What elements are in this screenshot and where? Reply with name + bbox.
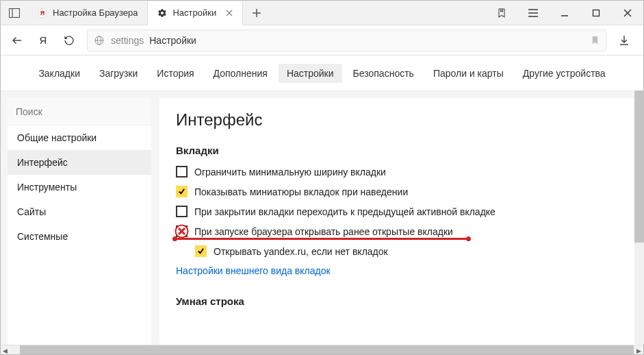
- section-smartline-title: Умная строка: [176, 295, 620, 307]
- scrollbar-thumb-horizontal[interactable]: [20, 345, 634, 355]
- bookmarks-icon[interactable]: [486, 1, 517, 25]
- tab-label: Настройка Браузера: [53, 8, 138, 18]
- sidebar-item-sites[interactable]: Сайты: [8, 199, 151, 224]
- checkbox-icon[interactable]: [195, 245, 207, 257]
- sidebar-search-input[interactable]: [8, 98, 151, 125]
- back-button[interactable]: [5, 28, 29, 53]
- svg-text:Я: Я: [40, 10, 44, 16]
- annotation-underline: [175, 238, 469, 240]
- toolbar: Я settings Настройки: [1, 25, 643, 56]
- close-tab-icon[interactable]: [226, 10, 233, 16]
- option-label: Показывать миниатюры вкладок при наведен…: [194, 186, 408, 197]
- tab-label: Настройки: [172, 8, 216, 18]
- sidebar-item-general[interactable]: Общие настройки: [8, 125, 151, 150]
- address-url: settings: [111, 35, 144, 46]
- new-tab-button[interactable]: [243, 1, 270, 25]
- titlebar: Я Настройка Браузера Настройки: [1, 1, 643, 25]
- vertical-scrollbar[interactable]: [634, 90, 644, 344]
- option-show-thumbnails[interactable]: Показывать миниатюры вкладок при наведен…: [176, 186, 620, 197]
- address-bar[interactable]: settings Настройки: [87, 29, 606, 51]
- titlebar-right: [486, 1, 643, 25]
- titlebar-left: Я Настройка Браузера Настройки: [1, 1, 270, 25]
- svg-rect-0: [10, 8, 20, 17]
- topnav-settings[interactable]: Настройки: [279, 64, 342, 83]
- yandex-home-button[interactable]: Я: [31, 28, 55, 53]
- bookmark-icon[interactable]: [590, 34, 600, 46]
- option-open-yandex-if-empty[interactable]: Открывать yandex.ru, если нет вкладок: [195, 245, 620, 257]
- maximize-button[interactable]: [580, 1, 612, 25]
- topnav-passwords[interactable]: Пароли и карты: [425, 64, 512, 83]
- checkbox-icon[interactable]: [176, 166, 188, 178]
- option-label: При запуске браузера открывать ранее отк…: [194, 226, 453, 237]
- topnav-downloads[interactable]: Загрузки: [91, 64, 146, 83]
- page-heading: Интерфейс: [176, 110, 620, 130]
- topnav-addons[interactable]: Дополнения: [205, 64, 276, 83]
- topnav-history[interactable]: История: [149, 64, 202, 83]
- settings-main: Интерфейс Вкладки Ограничить минимальную…: [159, 98, 636, 345]
- tab-item[interactable]: Я Настройка Браузера: [28, 1, 148, 25]
- close-window-button[interactable]: [612, 1, 643, 25]
- sidebar-toggle-button[interactable]: [1, 1, 28, 25]
- option-restore-on-start[interactable]: При запуске браузера открывать ранее отк…: [176, 225, 620, 237]
- option-label: Открывать yandex.ru, если нет вкладок: [214, 246, 388, 257]
- scrollbar-thumb[interactable]: [634, 90, 644, 243]
- svg-rect-12: [593, 10, 600, 16]
- tab-item-active[interactable]: Настройки: [148, 1, 243, 25]
- option-label: При закрытии вкладки переходить к предыд…: [194, 206, 495, 217]
- minimize-button[interactable]: [549, 1, 580, 25]
- sidebar-item-system[interactable]: Системные: [8, 224, 151, 249]
- globe-icon: [93, 34, 105, 47]
- sidebar-item-interface[interactable]: Интерфейс: [8, 150, 151, 175]
- horizontal-scrollbar[interactable]: ◀ ▶: [1, 345, 643, 355]
- yandex-favicon-icon: Я: [38, 8, 47, 18]
- checkbox-icon[interactable]: [176, 206, 188, 217]
- topnav-bookmarks[interactable]: Закладки: [30, 64, 88, 83]
- tabs-appearance-link-row: Настройки внешнего вида вкладок: [176, 265, 620, 276]
- scroll-left-icon[interactable]: ◀: [1, 345, 10, 355]
- svg-text:Я: Я: [40, 34, 47, 46]
- option-close-goto-prev[interactable]: При закрытии вкладки переходить к предыд…: [176, 206, 620, 217]
- checkbox-icon[interactable]: [176, 225, 188, 237]
- menu-icon[interactable]: [517, 1, 549, 25]
- checkbox-icon[interactable]: [176, 186, 188, 197]
- settings-sidebar: Общие настройки Интерфейс Инструменты Са…: [8, 98, 151, 345]
- content: Общие настройки Интерфейс Инструменты Са…: [1, 91, 643, 345]
- section-tabs-title: Вкладки: [176, 145, 620, 156]
- gear-icon: [157, 8, 167, 18]
- sidebar-item-tools[interactable]: Инструменты: [8, 175, 151, 199]
- reload-button[interactable]: [57, 28, 81, 53]
- option-min-tab-width[interactable]: Ограничить минимальную ширину вкладки: [176, 166, 620, 178]
- address-title: Настройки: [149, 35, 196, 46]
- option-label: Ограничить минимальную ширину вкладки: [194, 167, 386, 178]
- tabs-appearance-link[interactable]: Настройки внешнего вида вкладок: [176, 265, 331, 276]
- topnav-devices[interactable]: Другие устройства: [515, 64, 614, 83]
- settings-topnav: Закладки Загрузки История Дополнения Нас…: [1, 56, 643, 91]
- scroll-right-icon[interactable]: ▶: [634, 345, 643, 355]
- topnav-security[interactable]: Безопасность: [345, 64, 422, 83]
- downloads-button[interactable]: [612, 28, 636, 53]
